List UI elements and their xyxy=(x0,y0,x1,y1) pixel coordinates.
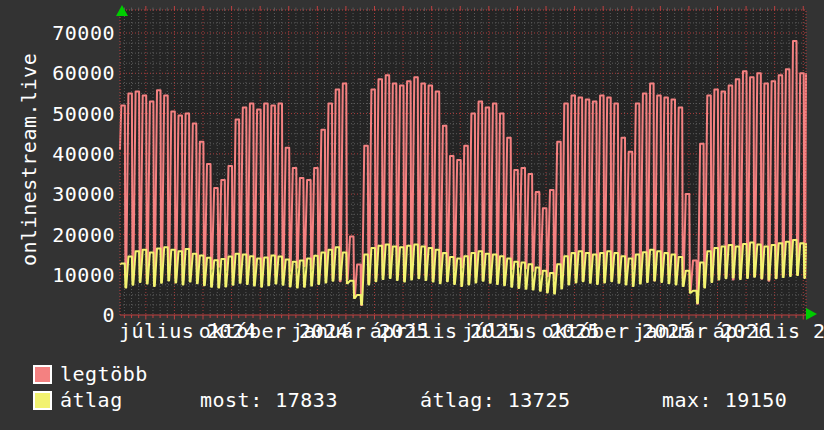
stat-max: max: 19150 xyxy=(662,388,787,412)
y-axis-labels: 70000 60000 50000 40000 30000 20000 1000… xyxy=(52,21,115,327)
x-axis-tick-label: április 2026 xyxy=(713,319,824,343)
y-axis-tick-label: 40000 xyxy=(52,142,115,166)
y-axis-title: onlinestream.live xyxy=(17,60,41,266)
series-layer xyxy=(120,41,806,305)
y-axis-tick-label: 60000 xyxy=(52,61,115,85)
up-arrow-icon xyxy=(116,5,128,16)
stat-atlag: átlag: 13725 xyxy=(420,388,571,412)
legend-label-legtobb: legtöbb xyxy=(60,362,148,386)
right-arrow-icon xyxy=(806,308,817,320)
legend-swatch-legtobb xyxy=(33,365,52,384)
y-axis-tick-label: 10000 xyxy=(52,263,115,287)
legend-swatch-atlag xyxy=(33,391,52,410)
y-axis-tick-label: 30000 xyxy=(52,182,115,206)
y-axis-tick-label: 0 xyxy=(102,303,115,327)
y-axis-tick-label: 70000 xyxy=(52,21,115,45)
y-axis-tick-label: 20000 xyxy=(52,223,115,247)
stat-most: most: 17833 xyxy=(200,388,338,412)
legend-label-atlag: átlag xyxy=(60,388,123,412)
x-axis-labels: július 2024 október 2024 január 2025 ápr… xyxy=(119,319,824,343)
rrd-graph: 70000 60000 50000 40000 30000 20000 1000… xyxy=(0,0,824,430)
y-axis-tick-label: 50000 xyxy=(52,102,115,126)
